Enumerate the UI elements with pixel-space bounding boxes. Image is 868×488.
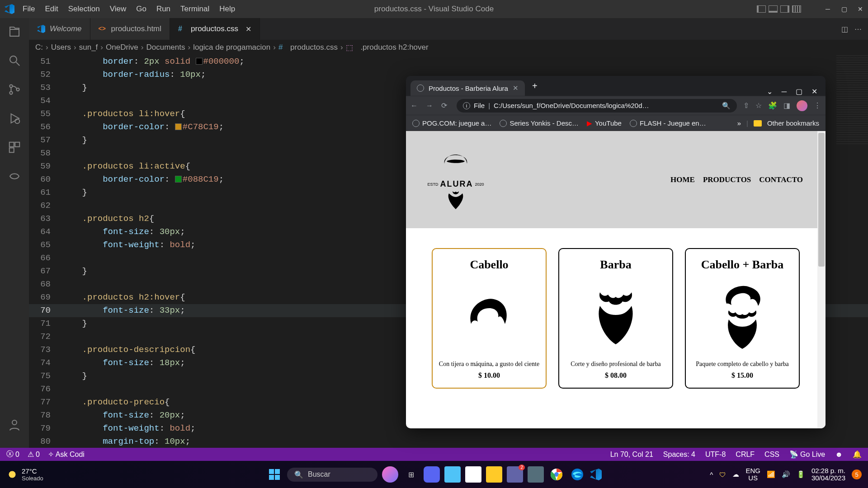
tray-security-icon[interactable]: 🛡 [719, 471, 726, 479]
go-live[interactable]: 📡 Go Live [789, 450, 825, 459]
breadcrumb-part[interactable]: Users [51, 43, 71, 52]
source-control-icon[interactable] [7, 82, 22, 97]
split-editor-icon[interactable]: ◫ [841, 25, 848, 33]
new-tab-button[interactable]: + [528, 81, 542, 91]
menu-selection[interactable]: Selection [68, 5, 100, 14]
status-warnings[interactable]: ⚠ 0 [28, 450, 40, 459]
menu-file[interactable]: File [23, 5, 35, 14]
menu-view[interactable]: View [110, 5, 127, 14]
tab-search-icon[interactable]: ⌄ [767, 87, 773, 96]
menu-edit[interactable]: Edit [45, 5, 58, 14]
page-scrollbar[interactable] [817, 131, 826, 428]
indent-status[interactable]: Spaces: 4 [663, 450, 695, 459]
reload-button[interactable]: ⟳ [441, 101, 450, 110]
status-errors[interactable]: ⓧ 0 [6, 450, 19, 459]
bookmark-star-icon[interactable]: ☆ [755, 101, 762, 110]
tray-onedrive-icon[interactable]: ☁ [732, 470, 739, 479]
language-indicator[interactable]: ENGUS [745, 467, 760, 482]
breadcrumb[interactable]: C:› Users› sun_f› OneDrive› Documents› l… [29, 40, 868, 55]
zoom-icon[interactable]: 🔍 [722, 102, 731, 110]
codi-icon[interactable] [7, 169, 22, 183]
browser-minimize[interactable]: ─ [782, 88, 787, 96]
product-card[interactable]: BarbaCorte y diseño profesional de barba… [558, 248, 673, 389]
layout-toggles[interactable] [757, 5, 801, 13]
site-logo[interactable]: ESTDALURA2020 [429, 148, 483, 211]
minimap[interactable] [836, 55, 868, 145]
explorer-icon[interactable] [7, 24, 22, 39]
volume-icon[interactable]: 🔊 [782, 470, 790, 479]
share-icon[interactable]: ⇧ [743, 101, 749, 110]
profile-avatar[interactable] [797, 100, 807, 111]
notification-count[interactable]: 5 [852, 469, 862, 479]
tab-productos-css[interactable]: # productos.css ✕ [170, 18, 260, 40]
close-tab-icon[interactable]: ✕ [245, 25, 251, 33]
notifications-icon[interactable]: 🔔 [853, 450, 862, 459]
breadcrumb-part[interactable]: C: [35, 43, 43, 52]
browser-tab[interactable]: Productos - Barberia Alura ✕ [410, 80, 525, 96]
bookmark-item[interactable]: ▶YouTube [587, 119, 622, 127]
bookmarks-overflow[interactable]: » [737, 119, 741, 127]
eol-status[interactable]: CRLF [736, 450, 755, 459]
other-bookmarks[interactable]: Other bookmarks [767, 119, 819, 127]
tab-welcome[interactable]: Welcome [29, 18, 90, 40]
extensions-icon[interactable] [7, 140, 22, 155]
nav-contacto[interactable]: CONTACTO [759, 175, 803, 184]
store-icon[interactable] [465, 466, 481, 483]
menu-terminal[interactable]: Terminal [180, 5, 209, 14]
terminal-icon[interactable] [528, 466, 544, 483]
clock[interactable]: 02:28 p. m.30/04/2023 [811, 467, 845, 482]
breadcrumb-part[interactable]: OneDrive [106, 43, 138, 52]
taskbar-search[interactable]: 🔍Buscar [287, 468, 377, 482]
cursor-position[interactable]: Ln 70, Col 21 [610, 450, 653, 459]
breadcrumb-symbol[interactable]: .productos h2:hover [360, 43, 428, 52]
ask-codi[interactable]: ✧ Ask Codi [48, 450, 85, 459]
edge-icon[interactable] [569, 466, 585, 483]
back-button[interactable]: ← [410, 102, 420, 110]
wifi-icon[interactable]: 📶 [767, 470, 775, 479]
teams-icon[interactable]: 2 [507, 466, 523, 483]
breadcrumb-part[interactable]: sun_f [79, 43, 98, 52]
product-card[interactable]: CabelloCon tijera o máquina, a gusto del… [432, 248, 547, 389]
omnibox[interactable]: i File | C:/Users/sun_f/OneDrive/Documen… [457, 99, 737, 113]
tray-chevron-icon[interactable]: ^ [710, 471, 713, 479]
bookmark-item[interactable]: FLASH - Juegue en… [630, 119, 706, 127]
vscode-taskbar-icon[interactable] [590, 469, 602, 480]
feedback-icon[interactable]: ☻ [835, 450, 843, 459]
menu-run[interactable]: Run [156, 5, 170, 14]
forward-button[interactable]: → [426, 102, 435, 110]
notepad-icon[interactable] [444, 466, 461, 483]
chrome-icon[interactable] [548, 466, 565, 483]
browser-close[interactable]: ✕ [811, 87, 817, 96]
minimize-button[interactable]: ─ [825, 6, 831, 12]
breadcrumb-file[interactable]: productos.css [290, 43, 338, 52]
extensions-puzzle-icon[interactable]: 🧩 [768, 101, 777, 110]
weather-widget[interactable]: 27°CSoleado [6, 467, 43, 482]
breadcrumb-part[interactable]: Documents [146, 43, 185, 52]
product-card[interactable]: Cabello + BarbaPaquete completo de cabel… [685, 248, 800, 389]
nav-home[interactable]: HOME [670, 175, 695, 184]
close-button[interactable]: ✕ [857, 6, 863, 12]
search-icon[interactable] [7, 53, 22, 68]
run-debug-icon[interactable] [7, 111, 22, 126]
site-info-icon[interactable]: i [463, 102, 470, 109]
chat-app-icon[interactable] [424, 466, 440, 483]
battery-icon[interactable]: 🔋 [797, 470, 805, 479]
menu-help[interactable]: Help [219, 5, 235, 14]
browser-maximize[interactable]: ▢ [796, 87, 802, 96]
kebab-menu-icon[interactable]: ⋮ [814, 101, 821, 110]
account-icon[interactable] [7, 418, 22, 432]
explorer-folder-icon[interactable] [486, 466, 502, 483]
copilot-icon[interactable] [382, 466, 398, 483]
nav-productos[interactable]: PRODUCTOS [703, 175, 751, 184]
close-tab-icon[interactable]: ✕ [513, 84, 519, 92]
breadcrumb-part[interactable]: logica de progamacion [193, 43, 270, 52]
more-actions-icon[interactable]: ⋯ [854, 25, 862, 33]
bookmark-item[interactable]: Series Yonkis - Desc… [500, 119, 579, 127]
language-status[interactable]: CSS [764, 450, 779, 459]
sidepanel-icon[interactable]: ◨ [783, 101, 790, 110]
tab-productos-html[interactable]: <> productos.html [90, 18, 170, 40]
encoding-status[interactable]: UTF-8 [705, 450, 726, 459]
task-view-icon[interactable]: ⊞ [403, 466, 419, 483]
menu-go[interactable]: Go [136, 5, 146, 14]
start-button[interactable] [266, 466, 283, 483]
